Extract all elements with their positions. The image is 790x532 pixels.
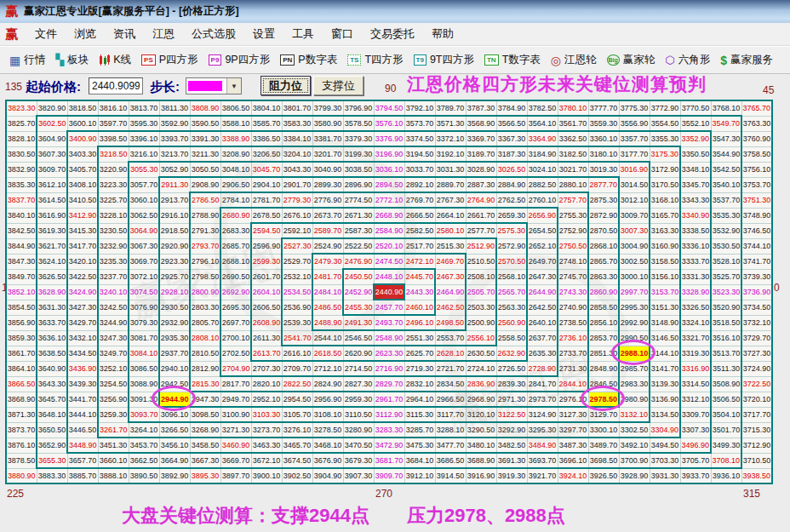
menu-item-0[interactable]: 文件 <box>26 23 66 45</box>
grid-cell: 2510.50 <box>466 254 496 269</box>
gann-wheel-icon: ◎ <box>551 54 561 67</box>
toolbar-item-6[interactable]: TST四方形 <box>343 50 409 70</box>
menu-item-6[interactable]: 工具 <box>283 23 323 45</box>
grid-cell: 3664.90 <box>159 453 190 468</box>
menu-item-3[interactable]: 江恩 <box>144 23 183 45</box>
app-logo-icon: 赢 <box>5 26 18 43</box>
grid-cell: 3866.50 <box>6 376 37 392</box>
grid-cell: 2668.90 <box>374 208 404 223</box>
menu-item-1[interactable]: 浏览 <box>66 23 105 45</box>
menu-item-7[interactable]: 窗口 <box>323 23 362 45</box>
start-price-input[interactable] <box>89 77 143 94</box>
grid-cell: 3220.90 <box>98 162 129 177</box>
grid-cell: 3309.70 <box>680 407 711 422</box>
menu-item-5[interactable]: 设置 <box>244 23 283 45</box>
grid-cell: 3024.10 <box>527 162 558 177</box>
toolbar-item-7[interactable]: T99T四方形 <box>409 50 480 70</box>
grid-cell: 2481.70 <box>312 269 343 284</box>
menu-item-9[interactable]: 帮助 <box>423 23 462 45</box>
grid-cell: 3117.70 <box>435 407 466 422</box>
grid-cell: 3844.90 <box>6 238 37 254</box>
grid-cell: 2493.70 <box>374 315 404 330</box>
grid-cell: 3871.30 <box>6 407 37 422</box>
toolbar-item-9[interactable]: ◎江恩轮 <box>547 50 603 70</box>
grid-cell: 2666.50 <box>404 208 435 223</box>
toolbar-item-12[interactable]: $赢家服务 <box>716 50 779 70</box>
grid-cell: 3916.90 <box>466 468 496 483</box>
grid-cell: 3360.10 <box>588 131 619 146</box>
grid-cell: 2767.30 <box>435 192 466 208</box>
grid-cell: 3283.30 <box>374 422 404 438</box>
toolbar-item-4[interactable]: P99P四方形 <box>204 50 277 70</box>
toolbar-item-11[interactable]: ⬡六角形 <box>661 50 716 70</box>
grid-cell: 2896.90 <box>343 177 374 192</box>
grid-cell: 3772.90 <box>650 100 680 116</box>
menu-item-4[interactable]: 公式选股 <box>183 23 244 45</box>
grid-cell: 2688.10 <box>220 254 251 269</box>
grid-cell: 3328.90 <box>680 284 711 300</box>
grid-cell: 3400.90 <box>67 131 98 146</box>
grid-cell: 2539.30 <box>282 315 312 330</box>
grid-cell: 3542.50 <box>711 162 741 177</box>
grid-cell: 3350.50 <box>680 146 711 162</box>
winner-wheel-icon: Big <box>607 54 620 66</box>
grid-cell: 3537.70 <box>711 192 741 208</box>
grid-cell: 2784.10 <box>220 192 251 208</box>
toolbar-item-0[interactable]: ▦行情 <box>5 50 51 70</box>
grid-cell: 3141.70 <box>650 361 680 376</box>
toolbar-item-3[interactable]: PSP四方形 <box>137 50 204 70</box>
grid-cell: 3372.10 <box>435 131 466 146</box>
toolbar-item-1[interactable]: ▚板块 <box>51 50 94 70</box>
grid-cell: 2642.50 <box>527 300 558 315</box>
grid-cell: 3247.30 <box>98 330 129 346</box>
badge-tn-icon: TN <box>484 54 499 66</box>
badge-pn-icon: PN <box>280 54 295 66</box>
step-dropdown[interactable]: ▼ <box>186 77 242 94</box>
grid-cell: 3904.90 <box>312 468 343 483</box>
grid-cell: 3789.70 <box>435 100 466 116</box>
grid-cell: 3794.50 <box>374 100 404 116</box>
menu-item-2[interactable]: 资讯 <box>105 23 144 45</box>
grid-cell: 2731.30 <box>558 361 588 376</box>
grid-cell: 3000.10 <box>619 269 650 284</box>
grid-cell: 3602.50 <box>37 116 67 131</box>
grid-cell: 3211.30 <box>190 146 220 162</box>
grid-cell: 2990.50 <box>619 330 650 346</box>
grid-cell: 3885.70 <box>67 468 98 483</box>
grid-cell: 3880.90 <box>6 468 37 483</box>
grid-cell: 3345.70 <box>680 177 711 192</box>
grid-cell: 3158.50 <box>650 254 680 269</box>
grid-cell: 2630.50 <box>466 346 496 361</box>
grid-cell: 3355.30 <box>650 131 680 146</box>
grid-cell: 2858.50 <box>588 300 619 315</box>
support-button[interactable]: 支撑位 <box>313 76 364 95</box>
resistance-button[interactable]: 阻力位 <box>260 76 311 95</box>
grid-cell: 3837.70 <box>6 192 37 208</box>
grid-cell: 2640.10 <box>527 315 558 330</box>
menu-item-8[interactable]: 交易委托 <box>362 23 423 45</box>
grid-cell: 3540.10 <box>711 177 741 192</box>
grid-cell: 3895.30 <box>190 468 220 483</box>
grid-cell: 2959.30 <box>343 392 374 407</box>
grid-cell: 3532.90 <box>711 223 741 238</box>
grid-cell: 3741.70 <box>741 254 772 269</box>
toolbar-item-10[interactable]: Big赢家轮 <box>603 50 661 70</box>
grid-cell: 3758.50 <box>741 146 772 162</box>
grid-cell: 3573.70 <box>404 116 435 131</box>
grid-cell: 2875.30 <box>588 192 619 208</box>
grid-cell: 3472.90 <box>374 438 404 453</box>
toolbar-item-8[interactable]: TNT数字表 <box>480 50 547 70</box>
grid-cell: 3804.10 <box>251 100 282 116</box>
grid-cell: 3091.30 <box>129 392 159 407</box>
toolbar-item-5[interactable]: PNP数字表 <box>276 50 343 70</box>
grid-cell: 3820.90 <box>37 100 67 116</box>
grid-cell: 3873.70 <box>6 422 37 438</box>
grid-cell: 3007.30 <box>619 223 650 238</box>
grid-cell: 2572.90 <box>496 238 527 254</box>
toolbar-item-2[interactable]: K线 <box>94 50 137 70</box>
chevron-down-icon[interactable]: ▼ <box>226 78 241 94</box>
grid-cell: 3340.90 <box>680 208 711 223</box>
grid-cell: 3108.10 <box>312 407 343 422</box>
grid-cell: 3451.30 <box>98 438 129 453</box>
grid-cell: 3242.50 <box>98 300 129 315</box>
